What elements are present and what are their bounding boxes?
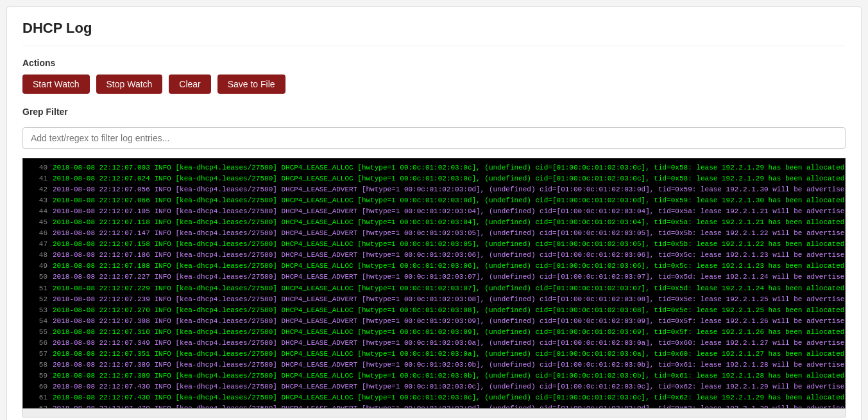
line-content: 2018-08-08 22:12:07.158 INFO [kea-dhcp4.… (53, 239, 844, 250)
actions-label: Actions (22, 58, 846, 68)
log-line: 412018-08-08 22:12:07.024 INFO [kea-dhcp… (28, 173, 840, 184)
line-number: 61 (28, 392, 47, 403)
line-number: 51 (28, 283, 47, 294)
line-number: 45 (28, 217, 47, 228)
line-content: 2018-08-08 22:12:07.188 INFO [kea-dhcp4.… (53, 261, 844, 272)
log-line: 622018-08-08 22:12:07.470 INFO [kea-dhcp… (28, 403, 840, 408)
line-number: 43 (28, 195, 47, 206)
grep-input[interactable] (22, 127, 846, 149)
start-watch-button[interactable]: Start Watch (22, 74, 90, 94)
log-line: 562018-08-08 22:12:07.349 INFO [kea-dhcp… (28, 338, 840, 349)
line-number: 50 (28, 272, 47, 283)
page-title: DHCP Log (22, 20, 846, 46)
line-content: 2018-08-08 22:12:07.229 INFO [kea-dhcp4.… (53, 283, 844, 294)
line-content: 2018-08-08 22:12:07.227 INFO [kea-dhcp4.… (53, 272, 846, 283)
line-content: 2018-08-08 22:12:07.430 INFO [kea-dhcp4.… (53, 392, 844, 403)
line-content: 2018-08-08 22:12:07.310 INFO [kea-dhcp4.… (53, 327, 844, 338)
line-content: 2018-08-08 22:12:07.308 INFO [kea-dhcp4.… (53, 316, 846, 327)
line-content: 2018-08-08 22:12:07.239 INFO [kea-dhcp4.… (53, 294, 846, 305)
line-number: 54 (28, 316, 47, 327)
line-number: 53 (28, 305, 47, 316)
log-line: 572018-08-08 22:12:07.351 INFO [kea-dhcp… (28, 349, 840, 360)
log-line: 402018-08-08 22:12:07.003 INFO [kea-dhcp… (28, 162, 840, 173)
grep-section: Grep Filter (22, 107, 846, 149)
log-line: 582018-08-08 22:12:07.389 INFO [kea-dhcp… (28, 360, 840, 371)
log-line: 482018-08-08 22:12:07.186 INFO [kea-dhcp… (28, 250, 840, 261)
line-content: 2018-08-08 22:12:07.351 INFO [kea-dhcp4.… (53, 349, 844, 360)
log-line: 422018-08-08 22:12:07.056 INFO [kea-dhcp… (28, 184, 840, 195)
log-line: 442018-08-08 22:12:07.105 INFO [kea-dhcp… (28, 206, 840, 217)
log-line: 472018-08-08 22:12:07.158 INFO [kea-dhcp… (28, 239, 840, 250)
line-number: 40 (28, 162, 47, 173)
line-content: 2018-08-08 22:12:07.056 INFO [kea-dhcp4.… (53, 184, 846, 195)
line-number: 47 (28, 239, 47, 250)
line-content: 2018-08-08 22:12:07.066 INFO [kea-dhcp4.… (53, 195, 844, 206)
line-number: 41 (28, 173, 47, 184)
log-line: 542018-08-08 22:12:07.308 INFO [kea-dhcp… (28, 316, 840, 327)
line-content: 2018-08-08 22:12:07.147 INFO [kea-dhcp4.… (53, 228, 846, 239)
log-line: 452018-08-08 22:12:07.118 INFO [kea-dhcp… (28, 217, 840, 228)
line-number: 46 (28, 228, 47, 239)
log-line: 612018-08-08 22:12:07.430 INFO [kea-dhcp… (28, 392, 840, 403)
line-number: 42 (28, 184, 47, 195)
log-line: 592018-08-08 22:12:07.389 INFO [kea-dhcp… (28, 371, 840, 381)
actions-section: Actions Start Watch Stop Watch Clear Sav… (22, 58, 846, 94)
line-number: 44 (28, 206, 47, 217)
line-content: 2018-08-08 22:12:07.389 INFO [kea-dhcp4.… (53, 360, 846, 371)
page-wrapper: DHCP Log Actions Start Watch Stop Watch … (6, 6, 862, 420)
line-content: 2018-08-08 22:12:07.349 INFO [kea-dhcp4.… (53, 338, 846, 349)
line-content: 2018-08-08 22:12:07.430 INFO [kea-dhcp4.… (53, 381, 846, 392)
log-line: 502018-08-08 22:12:07.227 INFO [kea-dhcp… (28, 272, 840, 283)
save-to-file-button[interactable]: Save to File (217, 74, 285, 94)
line-content: 2018-08-08 22:12:07.003 INFO [kea-dhcp4.… (53, 162, 844, 173)
log-line: 602018-08-08 22:12:07.430 INFO [kea-dhcp… (28, 381, 840, 392)
line-number: 57 (28, 349, 47, 360)
line-content: 2018-08-08 22:12:07.024 INFO [kea-dhcp4.… (53, 173, 844, 184)
log-line: 522018-08-08 22:12:07.239 INFO [kea-dhcp… (28, 294, 840, 305)
line-number: 60 (28, 381, 47, 392)
stop-watch-button[interactable]: Stop Watch (96, 74, 163, 94)
line-number: 59 (28, 371, 47, 381)
line-number: 49 (28, 261, 47, 272)
log-line: 432018-08-08 22:12:07.066 INFO [kea-dhcp… (28, 195, 840, 206)
log-container[interactable]: 402018-08-08 22:12:07.003 INFO [kea-dhcp… (22, 158, 846, 408)
line-number: 62 (28, 403, 47, 408)
line-content: 2018-08-08 22:12:07.186 INFO [kea-dhcp4.… (53, 250, 846, 261)
line-number: 55 (28, 327, 47, 338)
grep-label: Grep Filter (22, 107, 846, 117)
log-line: 512018-08-08 22:12:07.229 INFO [kea-dhcp… (28, 283, 840, 294)
line-content: 2018-08-08 22:12:07.270 INFO [kea-dhcp4.… (53, 305, 844, 316)
log-line: 552018-08-08 22:12:07.310 INFO [kea-dhcp… (28, 327, 840, 338)
line-number: 52 (28, 294, 47, 305)
log-line: 462018-08-08 22:12:07.147 INFO [kea-dhcp… (28, 228, 840, 239)
clear-button[interactable]: Clear (169, 74, 210, 94)
line-number: 48 (28, 250, 47, 261)
log-line: 532018-08-08 22:12:07.270 INFO [kea-dhcp… (28, 305, 840, 316)
line-content: 2018-08-08 22:12:07.470 INFO [kea-dhcp4.… (53, 403, 846, 408)
line-number: 58 (28, 360, 47, 371)
line-number: 56 (28, 338, 47, 349)
log-line: 492018-08-08 22:12:07.188 INFO [kea-dhcp… (28, 261, 840, 272)
line-content: 2018-08-08 22:12:07.118 INFO [kea-dhcp4.… (53, 217, 844, 228)
line-content: 2018-08-08 22:12:07.105 INFO [kea-dhcp4.… (53, 206, 846, 217)
line-content: 2018-08-08 22:12:07.389 INFO [kea-dhcp4.… (53, 371, 844, 381)
horizontal-scrollbar[interactable] (22, 408, 846, 417)
